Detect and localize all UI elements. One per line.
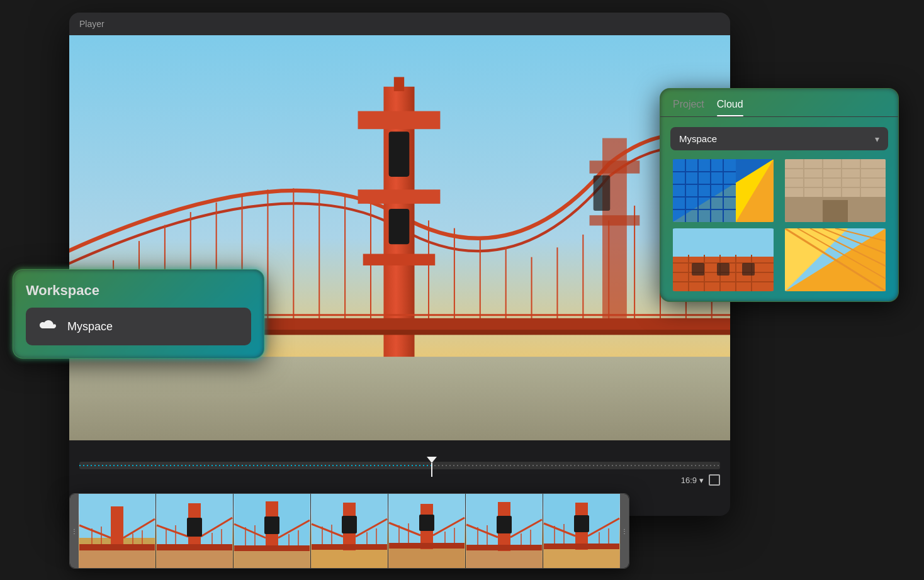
mini-bridge-svg-4: [311, 494, 388, 569]
svg-rect-42: [111, 506, 123, 550]
svg-rect-29: [389, 131, 410, 177]
svg-rect-36: [590, 160, 640, 173]
filmstrip[interactable]: ⋮: [69, 493, 629, 569]
svg-rect-141: [673, 228, 774, 257]
workspace-label: Workspace: [26, 282, 251, 299]
film-frame-2: [156, 494, 234, 569]
bridge-scene: [69, 35, 730, 440]
timeline-track[interactable]: [79, 462, 720, 469]
main-player-window: Player: [69, 13, 730, 516]
svg-rect-115: [574, 515, 589, 532]
playhead-triangle: [427, 457, 437, 463]
chevron-down-icon: ▾: [875, 134, 879, 144]
player-title: Player: [79, 19, 104, 29]
svg-rect-30: [389, 209, 410, 244]
film-frame-3: [234, 494, 311, 569]
svg-rect-152: [742, 263, 755, 276]
thumb-svg-3: [670, 228, 776, 291]
tab-cloud[interactable]: Cloud: [717, 99, 743, 116]
cloud-panel: Project Cloud Myspace ▾: [660, 88, 899, 302]
aspect-ratio-chevron: ▾: [699, 476, 704, 485]
svg-rect-86: [389, 543, 465, 549]
workspace-item-name: Myspace: [67, 320, 113, 333]
tab-project[interactable]: Project: [673, 99, 704, 116]
thumb-svg-4: [782, 228, 888, 291]
aspect-ratio-value: 16:9: [681, 476, 697, 485]
fullscreen-button[interactable]: [709, 474, 720, 486]
thumbnail-3[interactable]: [670, 228, 776, 291]
svg-rect-60: [187, 518, 202, 537]
player-titlebar: Player: [69, 13, 730, 35]
scene-container: Player: [0, 0, 924, 580]
cloud-panel-tabs: Project Cloud: [660, 89, 898, 117]
cloud-panel-body: Myspace ▾: [660, 117, 898, 301]
timeline-area: 16:9 ▾: [69, 440, 730, 493]
svg-rect-97: [466, 545, 542, 550]
thumb-svg-1: [670, 159, 776, 222]
svg-rect-26: [358, 111, 441, 130]
timeline-playhead[interactable]: [427, 457, 437, 477]
svg-rect-38: [594, 176, 611, 211]
mini-bridge-svg-2: [156, 494, 233, 569]
aspect-controls: 16:9 ▾: [69, 472, 730, 488]
aspect-ratio-button[interactable]: 16:9 ▾: [681, 476, 704, 485]
svg-rect-64: [234, 545, 310, 551]
cloud-icon: [37, 318, 57, 335]
mini-bridge-svg-5: [388, 494, 465, 569]
svg-rect-150: [692, 263, 704, 276]
svg-rect-31: [394, 77, 404, 91]
svg-rect-93: [419, 515, 434, 531]
timeline-progress: [79, 465, 432, 466]
svg-rect-28: [363, 254, 435, 265]
svg-rect-53: [157, 544, 232, 550]
filmstrip-handle-left[interactable]: ⋮: [70, 494, 79, 568]
workspace-popup: Workspace Myspace: [13, 269, 264, 359]
mini-bridge-svg-7: [543, 494, 620, 569]
thumbnail-4[interactable]: [782, 228, 888, 291]
mini-bridge-svg-3: [234, 494, 310, 569]
svg-rect-1: [69, 357, 730, 440]
svg-rect-37: [590, 215, 640, 225]
film-frame-7: [543, 494, 620, 569]
svg-rect-82: [342, 516, 357, 533]
svg-rect-75: [312, 544, 387, 550]
film-frame-1: [79, 494, 156, 569]
cloud-dropdown[interactable]: Myspace ▾: [670, 127, 888, 150]
bridge-svg: [69, 35, 730, 440]
thumb-svg-2: [782, 159, 888, 222]
filmstrip-handle-right[interactable]: ⋮: [620, 494, 629, 568]
svg-rect-118: [673, 159, 736, 222]
svg-rect-71: [264, 516, 279, 534]
svg-rect-104: [497, 516, 512, 533]
svg-rect-138: [823, 200, 848, 222]
mini-bridge-svg: [79, 494, 155, 569]
player-video-area[interactable]: [69, 35, 730, 440]
cloud-icon-wrapper: [36, 315, 59, 338]
thumbnail-2[interactable]: [782, 159, 888, 222]
cloud-thumbnails: [670, 159, 888, 291]
film-frame-4: [311, 494, 388, 569]
svg-rect-27: [358, 189, 441, 203]
mini-bridge-svg-6: [466, 494, 543, 569]
svg-rect-108: [544, 544, 619, 549]
svg-rect-151: [717, 263, 730, 276]
svg-rect-43: [79, 544, 155, 550]
filmstrip-frames: [79, 494, 620, 568]
thumbnail-1[interactable]: [670, 159, 776, 222]
workspace-item[interactable]: Myspace: [26, 308, 251, 345]
playhead-line: [431, 463, 432, 477]
film-frame-6: [466, 494, 543, 569]
cloud-dropdown-value: Myspace: [679, 133, 717, 144]
film-frame-5: [388, 494, 466, 569]
